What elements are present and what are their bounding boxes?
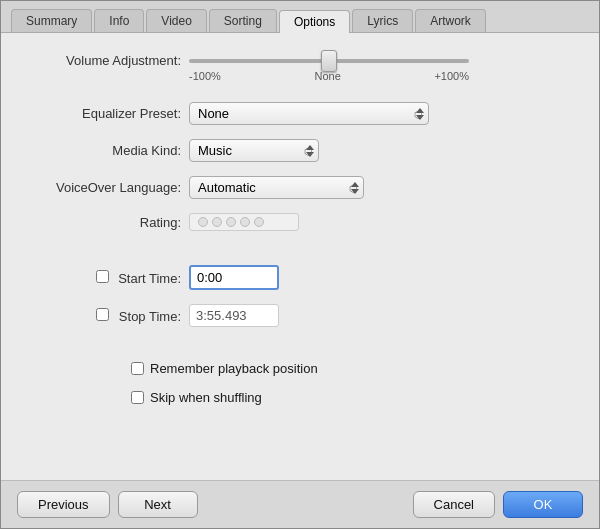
left-buttons: Previous Next — [17, 491, 198, 518]
tab-sorting[interactable]: Sorting — [209, 9, 277, 32]
remember-playback-label: Remember playback position — [150, 361, 318, 376]
remember-playback-row: Remember playback position — [131, 361, 569, 376]
volume-slider-wrapper — [189, 59, 569, 63]
media-row: Media Kind: Music Movie TV Show Podcast … — [31, 139, 569, 162]
voiceover-row: VoiceOver Language: Automatic English Fr… — [31, 176, 569, 199]
tab-info[interactable]: Info — [94, 9, 144, 32]
voiceover-label: VoiceOver Language: — [31, 180, 181, 195]
rating-dot-1 — [198, 217, 208, 227]
tab-summary[interactable]: Summary — [11, 9, 92, 32]
voiceover-select-wrapper: Automatic English French German Spanish — [189, 176, 364, 199]
eq-label: Equalizer Preset: — [31, 106, 181, 121]
media-select-wrapper: Music Movie TV Show Podcast Audiobook — [189, 139, 319, 162]
next-button[interactable]: Next — [118, 491, 198, 518]
rating-dot-4 — [240, 217, 250, 227]
media-label: Media Kind: — [31, 143, 181, 158]
right-buttons: Cancel OK — [413, 491, 583, 518]
stop-time-label: Stop Time: — [119, 309, 181, 324]
rating-dot-2 — [212, 217, 222, 227]
stop-time-label-area: Stop Time: — [31, 308, 181, 324]
rating-row: Rating: — [31, 213, 569, 231]
start-time-checkbox[interactable] — [96, 270, 109, 283]
eq-select-wrapper: None Acoustic Bass Booster Classical Dan… — [189, 102, 429, 125]
tab-bar: Summary Info Video Sorting Options Lyric… — [1, 1, 599, 33]
button-bar: Previous Next Cancel OK — [1, 480, 599, 528]
remember-playback-checkbox[interactable] — [131, 362, 144, 375]
stop-time-checkbox[interactable] — [96, 308, 109, 321]
volume-min-label: -100% — [189, 70, 221, 82]
tab-artwork[interactable]: Artwork — [415, 9, 486, 32]
skip-shuffling-label: Skip when shuffling — [150, 390, 262, 405]
skip-shuffling-row: Skip when shuffling — [131, 390, 569, 405]
start-time-label-area: Start Time: — [31, 270, 181, 286]
content-area: Volume Adjustment: -100% None +100% Equa… — [1, 33, 599, 480]
stop-time-input[interactable] — [189, 304, 279, 327]
stop-time-row: Stop Time: — [31, 304, 569, 327]
eq-row: Equalizer Preset: None Acoustic Bass Boo… — [31, 102, 569, 125]
tab-video[interactable]: Video — [146, 9, 206, 32]
rating-label: Rating: — [31, 215, 181, 230]
volume-none-label: None — [314, 70, 340, 82]
rating-dot-5 — [254, 217, 264, 227]
media-select[interactable]: Music Movie TV Show Podcast Audiobook — [189, 139, 319, 162]
cancel-button[interactable]: Cancel — [413, 491, 495, 518]
volume-max-label: +100% — [434, 70, 469, 82]
dialog: Summary Info Video Sorting Options Lyric… — [0, 0, 600, 529]
eq-select[interactable]: None Acoustic Bass Booster Classical Dan… — [189, 102, 429, 125]
start-time-input[interactable] — [189, 265, 279, 290]
ok-button[interactable]: OK — [503, 491, 583, 518]
rating-field[interactable] — [189, 213, 299, 231]
tab-lyrics[interactable]: Lyrics — [352, 9, 413, 32]
start-time-row: Start Time: — [31, 265, 569, 290]
voiceover-select[interactable]: Automatic English French German Spanish — [189, 176, 364, 199]
volume-label: Volume Adjustment: — [31, 53, 181, 68]
start-time-label: Start Time: — [118, 271, 181, 286]
skip-shuffling-checkbox[interactable] — [131, 391, 144, 404]
volume-slider[interactable] — [189, 59, 469, 63]
rating-dot-3 — [226, 217, 236, 227]
volume-row: Volume Adjustment: -100% None +100% — [31, 53, 569, 82]
previous-button[interactable]: Previous — [17, 491, 110, 518]
tab-options[interactable]: Options — [279, 10, 350, 33]
volume-labels: -100% None +100% — [189, 70, 469, 82]
